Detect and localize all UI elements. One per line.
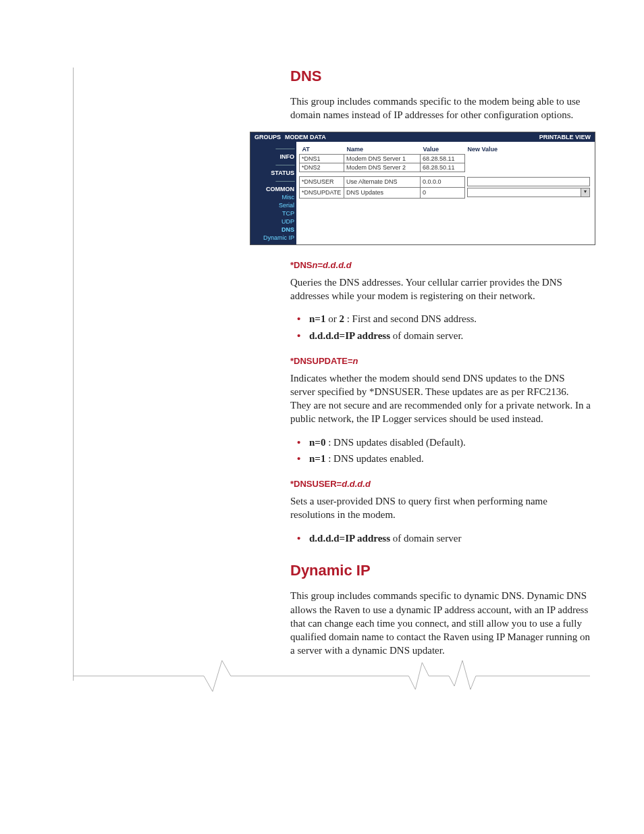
- cmd-dnsuser-desc: Sets a user-provided DNS to query first …: [290, 494, 591, 522]
- cmd-dnsupdate-bullets: n=0 : DNS updates disabled (Default). n=…: [290, 436, 591, 467]
- sidebar-sep: --------------: [252, 145, 294, 153]
- footer-squiggle: [73, 659, 590, 693]
- section-heading-dns: DNS: [290, 68, 591, 85]
- cmd-dns-heading: *DNSn=d.d.d.d: [290, 260, 591, 270]
- dns-table: AT Name Value New Value *DNS1 Modem DNS …: [299, 145, 592, 199]
- sidebar-sep: --------------: [252, 161, 294, 169]
- sidebar-misc[interactable]: Misc: [252, 193, 294, 201]
- list-item: d.d.d.d=IP address of domain server: [309, 531, 591, 546]
- sidebar-info[interactable]: INFO: [252, 153, 294, 161]
- table-row: *DNS1 Modem DNS Server 1 68.28.58.11: [300, 154, 593, 163]
- cmd-dnsupdate-heading: *DNSUPDATE=n: [290, 356, 591, 366]
- main-content: DNS This group includes commands specifi…: [290, 68, 591, 658]
- list-item: n=1 : DNS updates enabled.: [309, 452, 591, 467]
- sidebar-sep: --------------: [252, 177, 294, 185]
- dnsupdate-select[interactable]: ▾: [467, 188, 590, 197]
- section-heading-dynamic-ip: Dynamic IP: [290, 562, 591, 579]
- modem-config-ui: GROUPS MODEM DATA PRINTABLE VIEW -------…: [250, 132, 595, 245]
- table-row: *DNSUSER Use Alternate DNS 0.0.0.0: [300, 176, 593, 187]
- ui-groups-label: GROUPS: [254, 134, 281, 140]
- sidebar-serial[interactable]: Serial: [252, 201, 294, 209]
- page-frame-vertical: [73, 68, 74, 681]
- cmd-dnsuser-bullets: d.d.d.d=IP address of domain server: [290, 531, 591, 546]
- ui-printable-link[interactable]: PRINTABLE VIEW: [539, 134, 591, 140]
- dnsuser-input[interactable]: [467, 177, 590, 186]
- sidebar-tcp[interactable]: TCP: [252, 209, 294, 217]
- intro-dynamic-ip: This group includes commands specific to…: [290, 589, 591, 657]
- sidebar-status[interactable]: STATUS: [252, 169, 294, 177]
- col-name: Name: [344, 145, 421, 155]
- intro-dns: This group includes commands specific to…: [290, 95, 591, 122]
- table-row: *DNSUPDATE DNS Updates 0 ▾: [300, 187, 593, 198]
- cmd-dnsuser-heading: *DNSUSER=d.d.d.d: [290, 479, 591, 489]
- col-new-value: New Value: [465, 145, 593, 155]
- list-item: d.d.d.d=IP address of domain server.: [309, 329, 591, 344]
- sidebar-common[interactable]: COMMON: [252, 185, 294, 193]
- list-item: n=0 : DNS updates disabled (Default).: [309, 436, 591, 450]
- sidebar-dynamic-ip[interactable]: Dynamic IP: [252, 234, 294, 242]
- ui-modem-data-label: MODEM DATA: [281, 134, 539, 140]
- cmd-dns-bullets: n=1 or 2 : First and second DNS address.…: [290, 312, 591, 344]
- sidebar-udp[interactable]: UDP: [252, 217, 294, 226]
- table-row: *DNS2 Modem DNS Server 2 68.28.50.11: [300, 163, 593, 172]
- cmd-dns-desc: Queries the DNS addresses. Your cellular…: [290, 276, 591, 303]
- col-value: Value: [421, 145, 465, 155]
- cmd-dnsupdate-desc: Indicates whether the modem should send …: [290, 371, 591, 426]
- sidebar-dns[interactable]: DNS: [252, 226, 294, 234]
- col-at: AT: [300, 145, 344, 155]
- list-item: n=1 or 2 : First and second DNS address.: [309, 312, 591, 327]
- chevron-down-icon: ▾: [581, 188, 589, 197]
- ui-sidebar: -------------- INFO -------------- STATU…: [250, 142, 296, 244]
